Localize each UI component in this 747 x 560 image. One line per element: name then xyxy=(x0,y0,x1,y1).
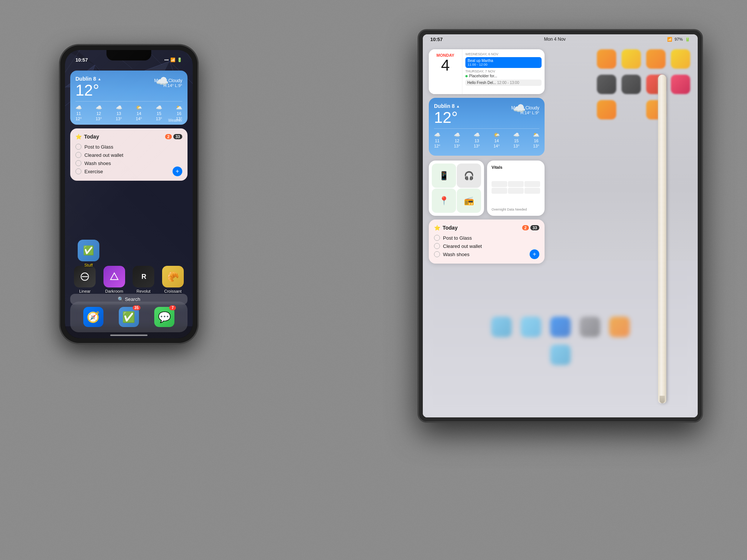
ipad-battery-icon: 🔋 xyxy=(685,37,690,42)
ipad-wifi-icon: 📶 xyxy=(667,37,672,42)
ipad-vitals-widget[interactable]: Vitals Overnight Data Needed xyxy=(487,161,545,216)
reminder-badge-count: 2 xyxy=(165,134,172,139)
ipad-controls-widget[interactable]: 📱 🎧 📍 📻 xyxy=(429,161,484,216)
calendar-event-1: Beat up Martha 11:00 - 12:00 xyxy=(465,57,542,68)
control-screen-btn[interactable]: 📱 xyxy=(432,164,456,188)
ipad-date: Mon 4 Nov xyxy=(544,37,566,42)
ipad-star-icon: ⭐ xyxy=(434,225,440,231)
reminder-add-button[interactable]: + xyxy=(173,167,182,176)
control-location-btn[interactable]: 📍 xyxy=(432,189,456,213)
ipad-app-orange-3 xyxy=(597,100,616,119)
iphone-time: 10:57 xyxy=(75,57,88,63)
weather-app-label: Weather xyxy=(168,118,182,122)
calendar-date-left: Monday 4 xyxy=(429,49,462,94)
ipad-reminder-badge: 2 xyxy=(522,225,529,230)
ipad-reminder-checkbox-3[interactable] xyxy=(434,251,440,257)
ipad-btm-icon-4 xyxy=(580,317,600,337)
iphone-screen: 10:57 ▪▪▪ 📶 🔋 Dublin 8 ▲ 12° Mostly Clou… xyxy=(65,50,193,338)
ipad-btm-icon-2 xyxy=(521,317,541,337)
stuff-app-icon: ✅ xyxy=(78,240,99,261)
iphone-app-row: Linear Darkroom R Revolut 🥐 Croissant xyxy=(70,266,187,293)
linear-app-icon xyxy=(74,266,96,287)
reminder-header: ⭐ Today 2 33 xyxy=(75,134,182,140)
ipad-reminder-item-3: Wash shoes xyxy=(434,250,539,258)
ipad-reminders-widget[interactable]: ⭐ Today 2 33 Post to Glass Cleared out w… xyxy=(429,220,545,264)
ipad-btm-icon-5 xyxy=(609,317,630,337)
ipad-reminder-add-button[interactable]: + xyxy=(530,249,539,259)
svg-marker-28 xyxy=(111,273,118,280)
cal-dot-green xyxy=(465,75,468,77)
location-arrow-icon: ▲ xyxy=(97,77,101,81)
weather-forecast: ☁️1112° ☁️1213° ☁️1313° 🌤️1414° ☁️1513° … xyxy=(75,101,182,121)
vitals-label: Vitals xyxy=(492,165,540,169)
control-headphone-btn[interactable]: 🎧 xyxy=(457,164,481,188)
iphone-reminders-widget[interactable]: ⭐ Today 2 33 Post to Glass Cleared out w… xyxy=(70,128,187,181)
reminder-checkbox-2[interactable] xyxy=(75,152,81,158)
apple-pencil xyxy=(658,75,666,403)
calendar-wed-label: WEDNESDAY, 6 NOV xyxy=(465,52,542,56)
star-icon: ⭐ xyxy=(75,134,82,140)
stuff-app-label: Stuff xyxy=(78,263,99,267)
reminder-checkbox-4[interactable] xyxy=(75,168,81,174)
calendar-events-right: WEDNESDAY, 6 NOV Beat up Martha 11:00 - … xyxy=(462,49,545,94)
vitals-cell-4 xyxy=(492,188,507,194)
iphone-notch xyxy=(106,50,151,60)
things-badge: 35 xyxy=(133,305,140,310)
reminder-total-count: 33 xyxy=(173,134,182,139)
wifi-icon: 📶 xyxy=(170,57,176,62)
iphone-weather-widget[interactable]: Dublin 8 ▲ 12° Mostly Cloudy H:14° L:9° … xyxy=(70,71,187,125)
ipad-app-pink-1 xyxy=(671,75,690,94)
vitals-cell-3 xyxy=(524,181,540,187)
reminder-item-4: Exercise xyxy=(75,167,182,175)
ipad-btm-icon-6 xyxy=(550,345,571,365)
reminder-title: ⭐ Today xyxy=(75,134,99,140)
ipad-bottom-app-icons xyxy=(423,317,698,373)
app-item-croissant[interactable]: 🥐 Croissant xyxy=(162,266,184,293)
ipad-app-empty2 xyxy=(671,100,690,119)
ipad-reminder-title: ⭐ Today xyxy=(434,225,458,231)
ipad-app-orange-2 xyxy=(646,49,666,69)
revolut-app-label: Revolut xyxy=(137,289,151,293)
ipad-device: 10:57 Mon 4 Nov 📶 97% 🔋 xyxy=(418,30,702,422)
ipad-reminder-total: 33 xyxy=(530,225,539,230)
reminder-checkbox-1[interactable] xyxy=(75,144,81,150)
vitals-cell-5 xyxy=(508,188,524,194)
ipad-app-yellow-2 xyxy=(671,49,690,69)
ipad-status-bar: 10:57 Mon 4 Nov 📶 97% 🔋 xyxy=(423,34,698,44)
reminder-checkbox-3[interactable] xyxy=(75,160,81,166)
ipad-calendar-widget[interactable]: Monday 4 WEDNESDAY, 6 NOV Beat up Martha… xyxy=(429,49,545,94)
ipad-time: 10:57 xyxy=(430,37,443,42)
ipad-app-yellow-1 xyxy=(622,49,641,69)
ipad-reminder-checkbox-1[interactable] xyxy=(434,235,440,241)
vitals-cell-1 xyxy=(492,181,507,187)
revolut-app-icon: R xyxy=(133,266,154,287)
weather-cloud-icon: ☁️ xyxy=(156,75,169,87)
messages-badge: 7 xyxy=(169,305,176,310)
vitals-note: Overnight Data Needed xyxy=(492,208,540,211)
reminder-count: 2 33 xyxy=(165,134,182,139)
messages-dock-icon[interactable]: 💬 7 xyxy=(154,307,174,327)
app-item-revolut[interactable]: R Revolut xyxy=(133,266,154,293)
app-item-linear[interactable]: Linear xyxy=(74,266,96,293)
calendar-day: 4 xyxy=(433,57,458,73)
ipad-reminder-item-2: Cleared out wallet xyxy=(434,242,539,250)
iphone-stuff-app[interactable]: ✅ Stuff xyxy=(78,240,99,267)
ipad-btm-icon-1 xyxy=(491,317,512,337)
control-radio-btn[interactable]: 📻 xyxy=(457,189,481,213)
ipad-weather-widget[interactable]: Dublin 8 ▲ 12° Mostly Cloudy H:14° L:9° … xyxy=(429,98,545,156)
reminder-item-3: Wash shoes xyxy=(75,159,182,167)
reminder-item-1: Post to Glass xyxy=(75,143,182,151)
app-item-darkroom[interactable]: Darkroom xyxy=(103,266,125,293)
signal-icon: ▪▪▪ xyxy=(164,57,169,62)
ipad-reminder-header: ⭐ Today 2 33 xyxy=(434,225,539,231)
ipad-weather-forecast: ☁️1112° ☁️1213° ☁️1313° 🌤️1414° ☁️1513° … xyxy=(434,128,539,148)
ipad-right-app-icons xyxy=(560,49,690,125)
ipad-btm-icon-3 xyxy=(550,317,571,337)
iphone-dock: 🧭 ✅ 35 💬 7 xyxy=(70,302,187,332)
ipad-reminder-item-1: Post to Glass xyxy=(434,234,539,242)
ipad-reminder-checkbox-2[interactable] xyxy=(434,243,440,249)
safari-dock-icon[interactable]: 🧭 xyxy=(83,307,103,327)
vitals-cell-6 xyxy=(524,188,540,194)
things-dock-icon[interactable]: ✅ 35 xyxy=(119,307,139,327)
calendar-event-3: Hello Fresh Del... 12:00 - 13:00 xyxy=(465,80,542,86)
